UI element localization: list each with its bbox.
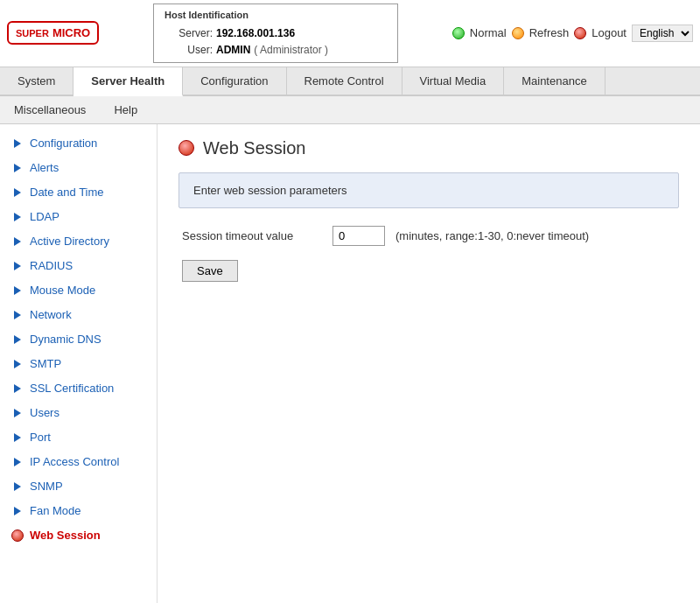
arrow-icon <box>10 284 24 298</box>
sidebar-label-snmp: SNMP <box>30 480 63 493</box>
user-value: ADMIN <box>216 42 250 59</box>
sidebar-label-fan-mode: Fan Mode <box>30 504 81 517</box>
server-row: Server: 192.168.001.136 <box>164 25 387 42</box>
arrow-icon <box>10 382 24 396</box>
logo-area: SUPERMICRO <box>7 21 99 45</box>
arrow-icon <box>10 161 24 175</box>
sidebar-item-users[interactable]: Users <box>0 401 157 425</box>
arrow-icon <box>10 406 24 420</box>
sidebar-item-mouse-mode[interactable]: Mouse Mode <box>0 278 157 303</box>
sidebar-item-ip-access-control[interactable]: IP Access Control <box>0 450 157 474</box>
arrow-icon <box>10 186 24 200</box>
page-title-icon <box>178 140 194 156</box>
sidebar-item-active-directory[interactable]: Active Directory <box>0 229 157 254</box>
sidebar-label-mouse-mode: Mouse Mode <box>30 284 95 297</box>
session-timeout-row: Session timeout value (minutes, range:1-… <box>178 226 679 246</box>
arrow-icon <box>10 480 24 494</box>
host-id-label: Host Identification <box>164 8 387 24</box>
status-area: Normal Refresh Logout English <box>452 25 693 42</box>
header: SUPERMICRO Host Identification Server: 1… <box>0 0 700 67</box>
logout-icon <box>574 27 586 39</box>
arrow-icon <box>10 259 24 273</box>
sidebar-item-date-and-time[interactable]: Date and Time <box>0 180 157 205</box>
sidebar-label-dynamic-dns: Dynamic DNS <box>30 333 102 346</box>
server-value: 192.168.001.136 <box>216 25 295 42</box>
sidebar-item-dynamic-dns[interactable]: Dynamic DNS <box>0 327 157 352</box>
sidebar-label-ip-access-control: IP Access Control <box>30 455 119 468</box>
language-select[interactable]: English <box>632 25 693 42</box>
nav-secondary: Miscellaneous Help <box>0 96 700 124</box>
sidebar-label-active-directory: Active Directory <box>30 235 109 248</box>
sidebar-label-users: Users <box>30 406 60 419</box>
sidebar-item-fan-mode[interactable]: Fan Mode <box>0 499 157 523</box>
content-area: Configuration Alerts Date and Time LDAP … <box>0 124 700 603</box>
sidebar-item-smtp[interactable]: SMTP <box>0 352 157 376</box>
arrow-icon <box>10 235 24 249</box>
logo-micro: MICRO <box>52 26 90 39</box>
sidebar-label-alerts: Alerts <box>30 161 59 174</box>
sidebar-label-radius: RADIUS <box>30 259 73 272</box>
sidebar-item-configuration[interactable]: Configuration <box>0 131 157 156</box>
user-key: User: <box>164 42 213 59</box>
arrow-icon <box>10 504 24 518</box>
nav-remote-control[interactable]: Remote Control <box>287 67 402 95</box>
nav-primary: System Server Health Configuration Remot… <box>0 67 700 96</box>
refresh-icon <box>512 27 524 39</box>
page-title: Web Session <box>203 138 305 158</box>
sidebar-item-ssl-certification[interactable]: SSL Certification <box>0 376 157 401</box>
logo-box: SUPERMICRO <box>7 21 99 45</box>
nav-server-health[interactable]: Server Health <box>74 67 183 96</box>
session-timeout-hint: (minutes, range:1-30, 0:never timeout) <box>396 229 589 242</box>
server-key: Server: <box>164 25 213 42</box>
page-title-area: Web Session <box>178 138 679 158</box>
sidebar-item-port[interactable]: Port <box>0 425 157 450</box>
user-role: ( Administrator ) <box>254 42 328 59</box>
arrow-icon <box>10 333 24 347</box>
sidebar-item-radius[interactable]: RADIUS <box>0 254 157 278</box>
session-timeout-input[interactable] <box>332 226 385 246</box>
sidebar-label-configuration: Configuration <box>30 137 97 150</box>
main-content: Web Session Enter web session parameters… <box>158 124 700 603</box>
user-row: User: ADMIN ( Administrator ) <box>164 42 387 59</box>
sidebar-item-alerts[interactable]: Alerts <box>0 156 157 180</box>
sidebar-label-smtp: SMTP <box>30 357 61 370</box>
nav-system[interactable]: System <box>0 67 74 95</box>
arrow-icon <box>10 308 24 322</box>
session-timeout-label: Session timeout value <box>182 229 322 242</box>
arrow-icon <box>10 137 24 151</box>
sidebar-item-web-session[interactable]: Web Session <box>0 523 157 548</box>
section-box: Enter web session parameters <box>178 172 679 208</box>
nav-miscellaneous[interactable]: Miscellaneous <box>0 100 100 120</box>
host-identification: Host Identification Server: 192.168.001.… <box>153 4 398 63</box>
sidebar-label-web-session: Web Session <box>30 529 101 542</box>
sidebar-label-port: Port <box>30 431 51 444</box>
logo-super: SUPER <box>16 28 49 39</box>
sidebar-label-date-and-time: Date and Time <box>30 186 104 199</box>
nav-virtual-media[interactable]: Virtual Media <box>402 67 505 95</box>
refresh-link[interactable]: Refresh <box>529 26 570 39</box>
arrow-icon <box>10 431 24 445</box>
section-box-label: Enter web session parameters <box>193 184 347 197</box>
sidebar-item-snmp[interactable]: SNMP <box>0 474 157 499</box>
sidebar-label-network: Network <box>30 308 72 321</box>
status-normal-text: Normal <box>470 26 507 39</box>
nav-help[interactable]: Help <box>100 100 151 120</box>
status-green-icon <box>452 27 465 39</box>
save-button[interactable]: Save <box>182 260 238 282</box>
sidebar-item-network[interactable]: Network <box>0 303 157 327</box>
sidebar-item-ldap[interactable]: LDAP <box>0 205 157 229</box>
arrow-icon <box>10 210 24 224</box>
nav-maintenance[interactable]: Maintenance <box>504 67 605 95</box>
arrow-icon <box>10 455 24 469</box>
circle-red-icon <box>10 529 24 543</box>
logout-link[interactable]: Logout <box>592 26 626 39</box>
arrow-icon <box>10 357 24 371</box>
sidebar-label-ssl-certification: SSL Certification <box>30 382 114 395</box>
sidebar: Configuration Alerts Date and Time LDAP … <box>0 124 158 603</box>
sidebar-label-ldap: LDAP <box>30 210 60 223</box>
nav-configuration[interactable]: Configuration <box>183 67 286 95</box>
